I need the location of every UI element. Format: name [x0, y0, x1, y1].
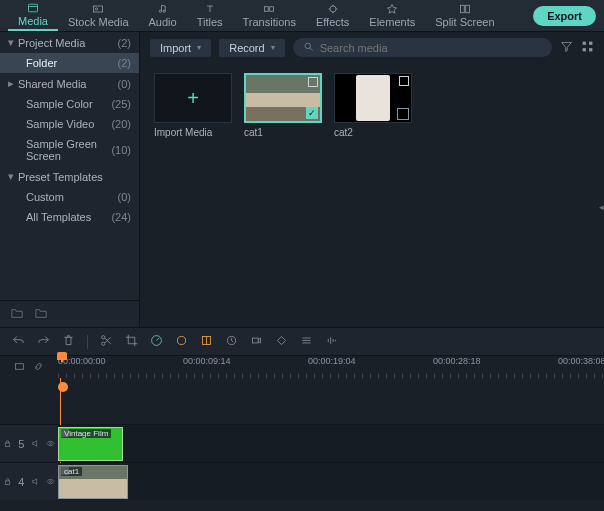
nav-tab-stock[interactable]: Stock Media — [58, 1, 139, 30]
keyframe-icon[interactable] — [275, 334, 288, 349]
timeline-clip[interactable]: cat1 — [58, 465, 128, 499]
svg-rect-12 — [589, 42, 592, 45]
grid-view-icon[interactable] — [581, 40, 594, 55]
sidebar-item[interactable]: ▾Preset Templates — [0, 166, 139, 187]
svg-point-3 — [159, 10, 161, 12]
sidebar-item[interactable]: Custom(0) — [0, 187, 139, 207]
svg-rect-9 — [466, 5, 470, 13]
svg-point-4 — [163, 10, 165, 12]
delete-icon[interactable] — [62, 334, 75, 349]
mute-icon[interactable] — [31, 476, 40, 488]
nav-tab-elements[interactable]: Elements — [359, 1, 425, 30]
sidebar-item-label: Sample Green Screen — [26, 138, 111, 162]
sidebar-item[interactable]: Folder(2) — [0, 53, 139, 73]
track-body[interactable]: cat1 — [58, 463, 604, 500]
split-icon[interactable] — [100, 334, 113, 349]
split-icon — [458, 3, 472, 15]
color-icon[interactable] — [175, 334, 188, 349]
export-button[interactable]: Export — [533, 6, 596, 26]
plus-icon: + — [187, 87, 199, 110]
import-media-card[interactable]: + Import Media — [154, 73, 232, 138]
media-clip-cat1[interactable]: ✓ cat1 — [244, 73, 322, 138]
check-icon: ✓ — [306, 107, 318, 119]
svg-rect-23 — [5, 442, 10, 445]
record-dropdown[interactable]: Record ▾ — [219, 39, 284, 57]
sidebar-item-count: (24) — [111, 211, 131, 223]
nav-tab-label: Media — [18, 15, 48, 27]
video-badge-icon — [308, 77, 318, 87]
svg-rect-8 — [460, 5, 464, 13]
timeline-clip[interactable]: Vintage Film — [58, 427, 123, 461]
sidebar: ▾Project Media(2)Folder(2)▸Shared Media(… — [0, 32, 140, 327]
sidebar-item[interactable]: Sample Video(20) — [0, 114, 139, 134]
clip-thumb — [334, 73, 412, 123]
filter-icon[interactable] — [560, 40, 573, 55]
media-area: Import ▾ Record ▾ + Imp — [140, 32, 604, 327]
nav-tab-label: Transitions — [243, 16, 296, 28]
sidebar-item-label: Sample Video — [26, 118, 94, 130]
marker-icon[interactable] — [58, 382, 68, 392]
sidebar-item[interactable]: Sample Green Screen(10) — [0, 134, 139, 166]
motion-icon[interactable] — [225, 334, 238, 349]
timeline-toolbar — [0, 327, 604, 355]
link-icon[interactable] — [33, 361, 44, 374]
collapse-right-icon[interactable]: ◂ — [599, 202, 604, 212]
search-wrap — [293, 38, 552, 57]
timeline-ruler[interactable]: 00:00:00:0000:00:09:1400:00:19:0400:00:2… — [58, 356, 604, 378]
folder-icon[interactable] — [34, 307, 48, 321]
nav-tab-label: Elements — [369, 16, 415, 28]
svg-point-10 — [305, 43, 311, 49]
undo-icon[interactable] — [12, 334, 25, 349]
nav-tab-label: Titles — [197, 16, 223, 28]
stock-icon — [91, 3, 105, 15]
ruler-tick: 00:00:38:08 — [558, 356, 604, 366]
visibility-icon[interactable] — [46, 476, 55, 488]
green-screen-icon[interactable] — [200, 334, 213, 349]
crop-icon[interactable] — [125, 334, 138, 349]
import-box: + — [154, 73, 232, 123]
audio-mix-icon[interactable] — [325, 334, 338, 349]
ruler-row: 00:00:00:0000:00:09:1400:00:19:0400:00:2… — [0, 355, 604, 378]
sidebar-item[interactable]: All Templates(24) — [0, 207, 139, 227]
lock-icon[interactable] — [3, 438, 12, 450]
record-icon[interactable] — [250, 334, 263, 349]
nav-tab-media[interactable]: Media — [8, 0, 58, 31]
mute-icon[interactable] — [31, 438, 40, 450]
top-nav: Media Stock Media Audio Titles Transitio… — [0, 0, 604, 32]
search-input[interactable] — [320, 42, 542, 54]
redo-icon[interactable] — [37, 334, 50, 349]
nav-tab-effects[interactable]: Effects — [306, 1, 359, 30]
import-card-label: Import Media — [154, 127, 232, 138]
track-body[interactable]: Vintage Film — [58, 425, 604, 462]
caret-icon: ▸ — [8, 77, 18, 90]
nav-tab-split[interactable]: Split Screen — [425, 1, 504, 30]
lock-icon[interactable] — [3, 476, 12, 488]
nav-tab-transitions[interactable]: Transitions — [233, 1, 306, 30]
svg-point-26 — [50, 480, 52, 482]
settings-icon[interactable] — [300, 334, 313, 349]
speed-icon[interactable] — [150, 334, 163, 349]
sidebar-item[interactable]: ▾Project Media(2) — [0, 32, 139, 53]
sidebar-footer — [0, 300, 139, 327]
sidebar-item-count: (0) — [118, 191, 131, 203]
media-icon — [26, 2, 40, 14]
svg-rect-14 — [589, 48, 592, 51]
media-clip-cat2[interactable]: cat2 — [334, 73, 412, 138]
nav-tab-titles[interactable]: Titles — [187, 1, 233, 30]
sidebar-list: ▾Project Media(2)Folder(2)▸Shared Media(… — [0, 32, 139, 300]
sidebar-item[interactable]: Sample Color(25) — [0, 94, 139, 114]
new-folder-icon[interactable] — [10, 307, 24, 321]
main-row: ▾Project Media(2)Folder(2)▸Shared Media(… — [0, 32, 604, 327]
track-id: 5 — [18, 438, 24, 450]
sidebar-item-label: Folder — [26, 57, 57, 69]
timeline-track: 5Vintage Film — [0, 424, 604, 462]
visibility-icon[interactable] — [46, 438, 55, 450]
ruler-tick: 00:00:28:18 — [433, 356, 481, 366]
playhead[interactable] — [61, 356, 63, 362]
track-add-icon[interactable] — [14, 361, 25, 374]
nav-tab-audio[interactable]: Audio — [139, 1, 187, 30]
import-label: Import — [160, 42, 191, 54]
svg-point-24 — [50, 442, 52, 444]
import-dropdown[interactable]: Import ▾ — [150, 39, 211, 57]
sidebar-item[interactable]: ▸Shared Media(0) — [0, 73, 139, 94]
